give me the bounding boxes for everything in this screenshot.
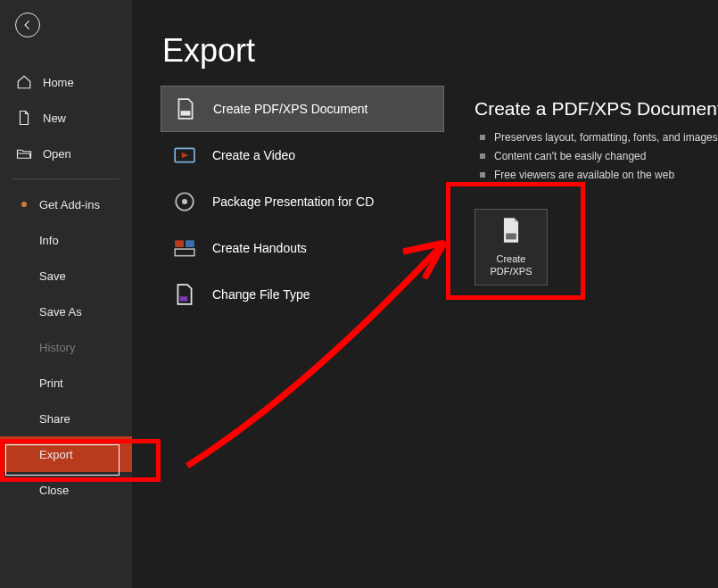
export-option-label: Create a Video <box>212 148 295 162</box>
sidebar-item-label: Info <box>39 234 59 247</box>
export-option-package[interactable]: Package Presentation for CD <box>161 178 444 225</box>
svg-rect-4 <box>175 240 184 247</box>
button-label: CreatePDF/XPS <box>490 253 532 277</box>
export-option-label: Package Presentation for CD <box>212 195 374 209</box>
sidebar-item-saveas[interactable]: Save As <box>0 294 132 329</box>
svg-rect-8 <box>506 233 516 239</box>
video-icon <box>173 144 196 167</box>
svg-rect-6 <box>175 249 194 256</box>
sidebar-item-export[interactable]: Export <box>0 436 132 472</box>
sidebar-item-label: History <box>39 341 75 354</box>
sidebar-item-label: Home <box>43 76 74 89</box>
sidebar-item-close[interactable]: Close <box>0 472 132 508</box>
publish-pdf-icon <box>499 217 524 247</box>
sidebar-item-new[interactable]: New <box>0 100 132 136</box>
sidebar-item-save[interactable]: Save <box>0 258 132 294</box>
sidebar-item-share[interactable]: Share <box>0 401 132 436</box>
new-file-icon <box>16 110 32 126</box>
sidebar-item-label: Open <box>43 147 71 161</box>
sidebar-item-label: Print <box>39 377 63 390</box>
pdf-document-icon <box>174 97 197 120</box>
details-bullet-list: Preserves layout, formatting, fonts, and… <box>475 128 718 184</box>
sidebar-item-label: Close <box>39 484 69 497</box>
sidebar-item-label: Save As <box>39 305 82 319</box>
export-type-list: Create PDF/XPS Document Create a Video P… <box>161 86 444 318</box>
export-option-video[interactable]: Create a Video <box>161 132 444 178</box>
svg-rect-5 <box>186 240 194 247</box>
change-filetype-icon <box>173 283 196 306</box>
page-title: Export <box>162 32 718 70</box>
sidebar-divider <box>12 178 120 179</box>
sidebar-item-label: Export <box>39 448 73 461</box>
open-folder-icon <box>16 145 32 161</box>
new-badge-icon <box>21 202 27 207</box>
sidebar-item-label: Save <box>39 269 66 283</box>
export-option-filetype[interactable]: Change File Type <box>161 271 444 318</box>
sidebar-item-info[interactable]: Info <box>0 222 132 258</box>
create-pdf-xps-button[interactable]: CreatePDF/XPS <box>475 209 548 286</box>
sidebar-item-label: Get Add-ins <box>39 198 100 211</box>
export-details-pane: Create a PDF/XPS Document Preserves layo… <box>475 98 718 286</box>
sidebar-item-open[interactable]: Open <box>0 136 132 171</box>
sidebar-item-label: New <box>43 112 66 125</box>
svg-rect-0 <box>181 111 191 115</box>
sidebar-item-history: History <box>0 329 132 365</box>
details-bullet: Free viewers are available on the web <box>475 166 718 184</box>
export-option-label: Change File Type <box>212 287 309 302</box>
sidebar-item-addins[interactable]: Get Add-ins <box>0 186 132 222</box>
back-arrow-icon <box>21 19 34 31</box>
export-option-pdfxps[interactable]: Create PDF/XPS Document <box>161 86 444 132</box>
back-button[interactable] <box>15 12 40 37</box>
svg-rect-7 <box>180 296 188 301</box>
details-title: Create a PDF/XPS Document <box>475 98 718 120</box>
svg-point-3 <box>183 200 186 203</box>
cd-icon <box>173 190 196 213</box>
backstage-sidebar: Home New Open Get Add-ins Info Save Save… <box>0 0 132 588</box>
handouts-icon <box>173 236 196 260</box>
details-bullet: Preserves layout, formatting, fonts, and… <box>475 128 718 146</box>
export-option-handouts[interactable]: Create Handouts <box>161 225 444 271</box>
sidebar-item-print[interactable]: Print <box>0 365 132 401</box>
sidebar-item-home[interactable]: Home <box>0 64 132 100</box>
export-option-label: Create PDF/XPS Document <box>213 102 368 116</box>
details-bullet: Content can't be easily changed <box>475 147 718 165</box>
export-option-label: Create Handouts <box>212 241 307 255</box>
main-panel: Export Create PDF/XPS Document Create a … <box>132 0 718 588</box>
home-icon <box>16 74 32 90</box>
sidebar-item-label: Share <box>39 412 70 426</box>
